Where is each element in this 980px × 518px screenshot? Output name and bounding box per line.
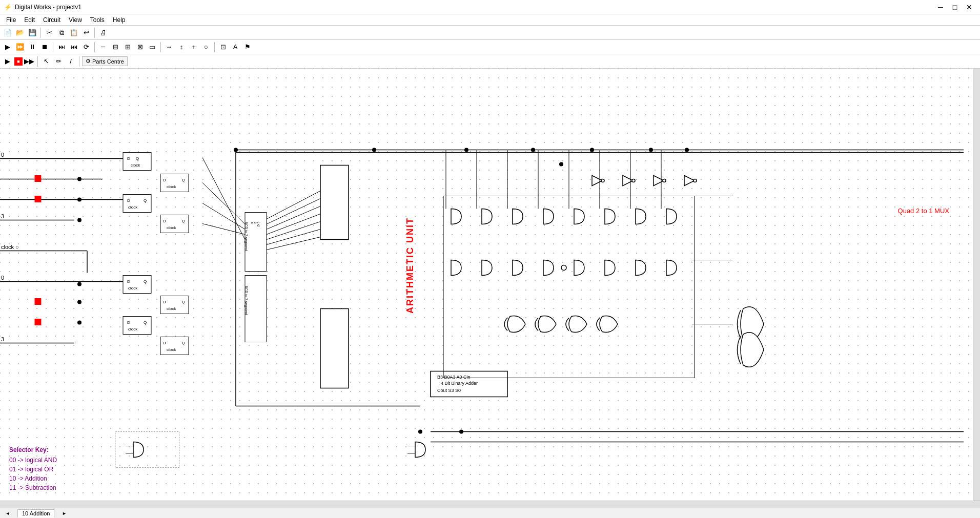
svg-rect-56 xyxy=(245,276,267,342)
cut-button[interactable]: ✂ xyxy=(44,27,55,38)
svg-line-62 xyxy=(202,224,245,235)
svg-point-86 xyxy=(464,148,468,152)
save-button[interactable]: 💾 xyxy=(27,27,38,38)
svg-rect-19 xyxy=(123,153,151,171)
menu-view[interactable]: View xyxy=(65,15,86,25)
svg-line-65 xyxy=(267,199,320,224)
svg-text:4 Bit Binary Adder: 4 Bit Binary Adder xyxy=(441,381,478,386)
svg-rect-43 xyxy=(123,317,151,335)
menu-help[interactable]: Help xyxy=(109,15,130,25)
step-button[interactable]: ⏩ xyxy=(14,42,26,53)
scroll-right-button[interactable]: ► xyxy=(58,508,70,519)
print-button[interactable]: 🖨 xyxy=(97,27,109,38)
svg-marker-75 xyxy=(654,176,664,186)
component-ctrl4[interactable]: ▭ xyxy=(147,42,158,53)
play-button[interactable]: ▶ xyxy=(2,42,13,53)
svg-text:clock: clock xyxy=(131,163,140,168)
zoom-ctrl[interactable]: ⊡ xyxy=(217,42,229,53)
component-ctrl1[interactable]: ⊟ xyxy=(110,42,121,53)
selector-key-or: 01 -> logical OR xyxy=(9,465,57,474)
svg-text:D: D xyxy=(127,198,130,203)
svg-text:D: D xyxy=(163,219,166,223)
svg-rect-35 xyxy=(123,276,151,294)
vertical-scrollbar[interactable] xyxy=(973,69,980,501)
svg-point-90 xyxy=(685,148,689,152)
svg-rect-23 xyxy=(160,174,189,192)
run-button[interactable]: ▶ xyxy=(2,56,13,67)
close-button[interactable]: ✕ xyxy=(963,2,976,12)
svg-rect-15 xyxy=(35,299,41,305)
svg-point-118 xyxy=(459,430,463,434)
svg-line-64 xyxy=(267,191,320,219)
svg-text:Cout  S3           S0: Cout S3 S0 xyxy=(437,388,461,393)
wire-tool[interactable]: / xyxy=(65,56,76,67)
maximize-button[interactable]: □ xyxy=(948,2,962,12)
sim-ctrl2[interactable]: ⏮ xyxy=(68,42,79,53)
svg-text:clock: clock xyxy=(128,205,138,210)
svg-point-93 xyxy=(77,198,81,202)
draw-tool[interactable]: ✏ xyxy=(53,56,64,67)
svg-line-70 xyxy=(267,237,320,250)
svg-text:clock ○: clock ○ xyxy=(1,244,19,250)
svg-text:0: 0 xyxy=(1,275,4,281)
rotate[interactable]: + xyxy=(188,42,199,53)
svg-line-68 xyxy=(267,222,320,240)
open-button[interactable]: 📂 xyxy=(14,27,26,38)
select-tool[interactable]: ↖ xyxy=(40,56,52,67)
separator3 xyxy=(53,42,53,52)
parts-centre-button[interactable]: ⚙ Parts Centre xyxy=(82,56,128,66)
stop2-button[interactable]: ■ xyxy=(14,57,23,66)
svg-point-79 xyxy=(561,265,566,271)
svg-marker-71 xyxy=(592,176,602,186)
new-button[interactable]: 📄 xyxy=(2,27,13,38)
svg-text:clock: clock xyxy=(128,327,138,331)
draw-wire[interactable]: ╌ xyxy=(97,42,109,53)
svg-point-74 xyxy=(632,179,635,182)
svg-text:Q: Q xyxy=(182,178,185,182)
svg-rect-39 xyxy=(160,296,189,314)
component-ctrl2[interactable]: ⊞ xyxy=(122,42,133,53)
flip-h[interactable]: ↔ xyxy=(164,42,175,53)
menu-file[interactable]: File xyxy=(2,15,20,25)
svg-point-95 xyxy=(77,282,81,286)
app-icon: ⚡ xyxy=(4,4,12,11)
text-tool[interactable]: A xyxy=(230,42,241,53)
pause-button[interactable]: ⏸ xyxy=(27,42,38,53)
stop-button[interactable]: ⏹ xyxy=(39,42,50,53)
special-tool[interactable]: ⚑ xyxy=(242,42,253,53)
status-tab-addition[interactable]: 10 Addition xyxy=(17,509,54,517)
toolbar3: ▶ ■ ▶▶ ↖ ✏ / ⚙ Parts Centre xyxy=(0,54,980,69)
svg-text:D: D xyxy=(163,300,166,304)
minimize-button[interactable]: ─ xyxy=(934,2,947,12)
svg-line-69 xyxy=(267,230,320,245)
svg-text:Q: Q xyxy=(182,219,185,223)
component-ctrl3[interactable]: ⊠ xyxy=(134,42,146,53)
svg-text:c d: c d xyxy=(257,222,260,226)
flip-v[interactable]: ↕ xyxy=(176,42,187,53)
copy-button[interactable]: ⧉ xyxy=(56,27,67,38)
svg-point-96 xyxy=(77,300,81,304)
svg-rect-108 xyxy=(443,196,695,378)
svg-rect-27 xyxy=(123,195,151,213)
svg-point-97 xyxy=(77,321,81,325)
dot-ctrl[interactable]: ○ xyxy=(200,42,212,53)
svg-text:clock: clock xyxy=(167,306,176,311)
separator xyxy=(40,28,41,38)
svg-point-117 xyxy=(418,430,422,434)
svg-line-66 xyxy=(267,206,320,230)
title-bar-controls: ─ □ ✕ xyxy=(934,2,976,12)
sim-ctrl1[interactable]: ⏭ xyxy=(56,42,67,53)
paste-button[interactable]: 📋 xyxy=(68,27,79,38)
scroll-left-button[interactable]: ◄ xyxy=(2,508,13,519)
menu-edit[interactable]: Edit xyxy=(20,15,39,25)
svg-text:D: D xyxy=(127,279,130,284)
horizontal-scrollbar[interactable] xyxy=(0,501,980,508)
sim-ctrl3[interactable]: ⟳ xyxy=(80,42,92,53)
menu-circuit[interactable]: Circuit xyxy=(39,15,65,25)
run-step[interactable]: ▶▶ xyxy=(24,56,35,67)
canvas[interactable]: 0 3 clock ○ 0 3 xyxy=(0,69,980,508)
svg-point-91 xyxy=(559,162,563,167)
menu-tools[interactable]: Tools xyxy=(86,15,109,25)
undo-button[interactable]: ↩ xyxy=(80,27,92,38)
svg-point-76 xyxy=(663,179,666,182)
